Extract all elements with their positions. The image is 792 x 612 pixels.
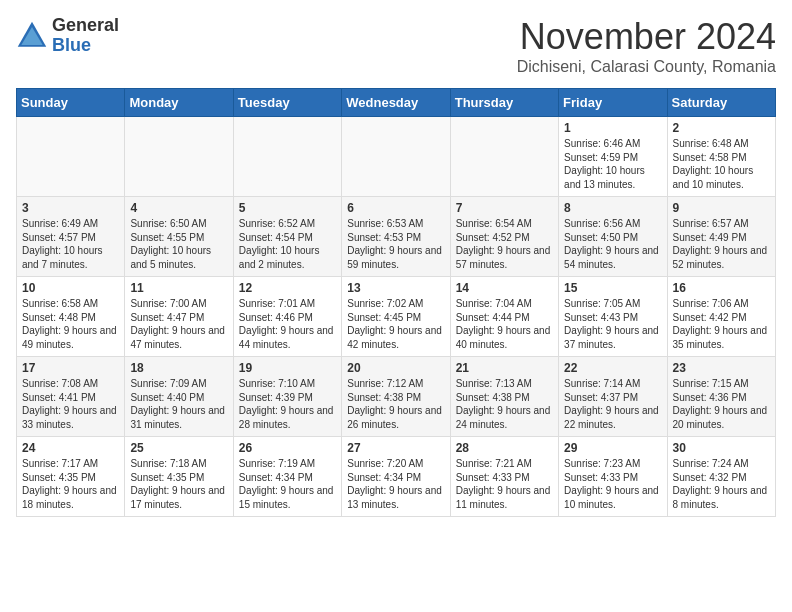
day-number: 24 (22, 441, 119, 455)
day-info: Sunrise: 7:15 AM Sunset: 4:36 PM Dayligh… (673, 377, 770, 431)
calendar-cell: 21Sunrise: 7:13 AM Sunset: 4:38 PM Dayli… (450, 357, 558, 437)
day-info: Sunrise: 7:10 AM Sunset: 4:39 PM Dayligh… (239, 377, 336, 431)
day-info: Sunrise: 6:53 AM Sunset: 4:53 PM Dayligh… (347, 217, 444, 271)
calendar-week-2: 3Sunrise: 6:49 AM Sunset: 4:57 PM Daylig… (17, 197, 776, 277)
day-number: 8 (564, 201, 661, 215)
calendar-cell: 3Sunrise: 6:49 AM Sunset: 4:57 PM Daylig… (17, 197, 125, 277)
calendar-cell: 5Sunrise: 6:52 AM Sunset: 4:54 PM Daylig… (233, 197, 341, 277)
day-number: 11 (130, 281, 227, 295)
calendar-cell: 13Sunrise: 7:02 AM Sunset: 4:45 PM Dayli… (342, 277, 450, 357)
header-day-wednesday: Wednesday (342, 89, 450, 117)
header: General Blue November 2024 Dichiseni, Ca… (16, 16, 776, 76)
day-info: Sunrise: 6:50 AM Sunset: 4:55 PM Dayligh… (130, 217, 227, 271)
location-title: Dichiseni, Calarasi County, Romania (517, 58, 776, 76)
day-number: 14 (456, 281, 553, 295)
day-info: Sunrise: 7:21 AM Sunset: 4:33 PM Dayligh… (456, 457, 553, 511)
day-number: 16 (673, 281, 770, 295)
calendar-cell: 18Sunrise: 7:09 AM Sunset: 4:40 PM Dayli… (125, 357, 233, 437)
day-number: 6 (347, 201, 444, 215)
day-number: 27 (347, 441, 444, 455)
day-number: 5 (239, 201, 336, 215)
calendar-cell: 12Sunrise: 7:01 AM Sunset: 4:46 PM Dayli… (233, 277, 341, 357)
day-number: 17 (22, 361, 119, 375)
calendar-cell: 8Sunrise: 6:56 AM Sunset: 4:50 PM Daylig… (559, 197, 667, 277)
calendar-week-4: 17Sunrise: 7:08 AM Sunset: 4:41 PM Dayli… (17, 357, 776, 437)
calendar-cell: 14Sunrise: 7:04 AM Sunset: 4:44 PM Dayli… (450, 277, 558, 357)
day-info: Sunrise: 6:52 AM Sunset: 4:54 PM Dayligh… (239, 217, 336, 271)
day-info: Sunrise: 7:02 AM Sunset: 4:45 PM Dayligh… (347, 297, 444, 351)
calendar-cell: 25Sunrise: 7:18 AM Sunset: 4:35 PM Dayli… (125, 437, 233, 517)
day-info: Sunrise: 7:01 AM Sunset: 4:46 PM Dayligh… (239, 297, 336, 351)
day-info: Sunrise: 7:20 AM Sunset: 4:34 PM Dayligh… (347, 457, 444, 511)
day-info: Sunrise: 6:49 AM Sunset: 4:57 PM Dayligh… (22, 217, 119, 271)
calendar-cell: 11Sunrise: 7:00 AM Sunset: 4:47 PM Dayli… (125, 277, 233, 357)
calendar-cell: 17Sunrise: 7:08 AM Sunset: 4:41 PM Dayli… (17, 357, 125, 437)
calendar-cell: 20Sunrise: 7:12 AM Sunset: 4:38 PM Dayli… (342, 357, 450, 437)
calendar-cell: 2Sunrise: 6:48 AM Sunset: 4:58 PM Daylig… (667, 117, 775, 197)
calendar-cell: 7Sunrise: 6:54 AM Sunset: 4:52 PM Daylig… (450, 197, 558, 277)
day-number: 3 (22, 201, 119, 215)
day-number: 29 (564, 441, 661, 455)
day-number: 20 (347, 361, 444, 375)
header-day-sunday: Sunday (17, 89, 125, 117)
calendar-cell: 4Sunrise: 6:50 AM Sunset: 4:55 PM Daylig… (125, 197, 233, 277)
calendar-cell: 10Sunrise: 6:58 AM Sunset: 4:48 PM Dayli… (17, 277, 125, 357)
day-number: 19 (239, 361, 336, 375)
day-number: 12 (239, 281, 336, 295)
day-info: Sunrise: 6:54 AM Sunset: 4:52 PM Dayligh… (456, 217, 553, 271)
day-info: Sunrise: 7:17 AM Sunset: 4:35 PM Dayligh… (22, 457, 119, 511)
calendar-cell: 23Sunrise: 7:15 AM Sunset: 4:36 PM Dayli… (667, 357, 775, 437)
calendar-cell: 22Sunrise: 7:14 AM Sunset: 4:37 PM Dayli… (559, 357, 667, 437)
day-number: 7 (456, 201, 553, 215)
calendar-cell: 19Sunrise: 7:10 AM Sunset: 4:39 PM Dayli… (233, 357, 341, 437)
calendar-cell (17, 117, 125, 197)
logo: General Blue (16, 16, 119, 56)
day-number: 10 (22, 281, 119, 295)
day-info: Sunrise: 6:58 AM Sunset: 4:48 PM Dayligh… (22, 297, 119, 351)
day-info: Sunrise: 7:13 AM Sunset: 4:38 PM Dayligh… (456, 377, 553, 431)
calendar-cell (125, 117, 233, 197)
day-number: 22 (564, 361, 661, 375)
day-number: 13 (347, 281, 444, 295)
day-number: 23 (673, 361, 770, 375)
header-day-saturday: Saturday (667, 89, 775, 117)
day-number: 25 (130, 441, 227, 455)
day-number: 30 (673, 441, 770, 455)
day-info: Sunrise: 7:06 AM Sunset: 4:42 PM Dayligh… (673, 297, 770, 351)
day-info: Sunrise: 6:56 AM Sunset: 4:50 PM Dayligh… (564, 217, 661, 271)
calendar-week-1: 1Sunrise: 6:46 AM Sunset: 4:59 PM Daylig… (17, 117, 776, 197)
calendar-cell (342, 117, 450, 197)
day-number: 18 (130, 361, 227, 375)
day-number: 21 (456, 361, 553, 375)
calendar-cell: 15Sunrise: 7:05 AM Sunset: 4:43 PM Dayli… (559, 277, 667, 357)
day-number: 15 (564, 281, 661, 295)
calendar-cell: 27Sunrise: 7:20 AM Sunset: 4:34 PM Dayli… (342, 437, 450, 517)
title-area: November 2024 Dichiseni, Calarasi County… (517, 16, 776, 76)
day-number: 4 (130, 201, 227, 215)
day-info: Sunrise: 7:14 AM Sunset: 4:37 PM Dayligh… (564, 377, 661, 431)
day-info: Sunrise: 7:18 AM Sunset: 4:35 PM Dayligh… (130, 457, 227, 511)
header-day-tuesday: Tuesday (233, 89, 341, 117)
calendar-cell: 1Sunrise: 6:46 AM Sunset: 4:59 PM Daylig… (559, 117, 667, 197)
calendar-cell: 28Sunrise: 7:21 AM Sunset: 4:33 PM Dayli… (450, 437, 558, 517)
calendar-week-5: 24Sunrise: 7:17 AM Sunset: 4:35 PM Dayli… (17, 437, 776, 517)
day-number: 1 (564, 121, 661, 135)
day-info: Sunrise: 7:23 AM Sunset: 4:33 PM Dayligh… (564, 457, 661, 511)
calendar-week-3: 10Sunrise: 6:58 AM Sunset: 4:48 PM Dayli… (17, 277, 776, 357)
month-title: November 2024 (517, 16, 776, 58)
day-info: Sunrise: 7:04 AM Sunset: 4:44 PM Dayligh… (456, 297, 553, 351)
header-day-thursday: Thursday (450, 89, 558, 117)
day-number: 28 (456, 441, 553, 455)
logo-blue-label: Blue (52, 36, 119, 56)
calendar-cell (233, 117, 341, 197)
calendar-cell: 16Sunrise: 7:06 AM Sunset: 4:42 PM Dayli… (667, 277, 775, 357)
calendar-cell: 29Sunrise: 7:23 AM Sunset: 4:33 PM Dayli… (559, 437, 667, 517)
logo-general-label: General (52, 16, 119, 36)
day-info: Sunrise: 7:19 AM Sunset: 4:34 PM Dayligh… (239, 457, 336, 511)
calendar-cell: 6Sunrise: 6:53 AM Sunset: 4:53 PM Daylig… (342, 197, 450, 277)
logo-icon (16, 20, 48, 52)
calendar-cell (450, 117, 558, 197)
calendar-cell: 26Sunrise: 7:19 AM Sunset: 4:34 PM Dayli… (233, 437, 341, 517)
calendar-cell: 9Sunrise: 6:57 AM Sunset: 4:49 PM Daylig… (667, 197, 775, 277)
day-info: Sunrise: 7:12 AM Sunset: 4:38 PM Dayligh… (347, 377, 444, 431)
